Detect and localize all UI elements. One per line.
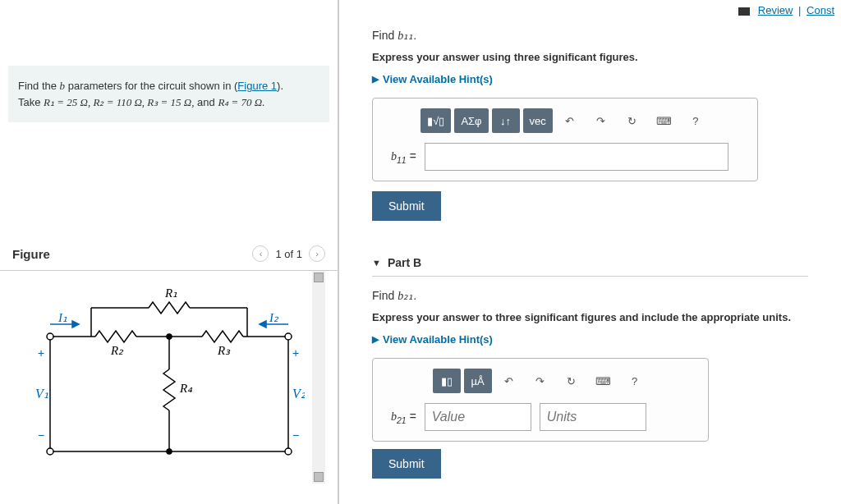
svg-text:+: +	[292, 346, 299, 360]
part-b-value-input[interactable]	[425, 403, 531, 431]
reset-button[interactable]: ↻	[558, 369, 586, 393]
part-b-toolbar: ▮▯ µÅ ↶ ↷ ↻ ⌨ ?	[383, 369, 698, 393]
svg-point-16	[285, 448, 292, 455]
figure-next-button[interactable]: ›	[309, 245, 325, 262]
undo-button[interactable]: ↶	[495, 369, 523, 393]
part-b-section: ▼ Part B Find b₂₁. Express your answer t…	[347, 250, 833, 479]
svg-text:V₁: V₁	[35, 387, 48, 401]
svg-text:R₄: R₄	[179, 382, 193, 395]
part-b-units-input[interactable]	[540, 403, 646, 431]
part-b-var-label: b21 =	[391, 410, 416, 425]
svg-text:R₁: R₁	[164, 287, 177, 300]
part-b-answer-box: ▮▯ µÅ ↶ ↷ ↻ ⌨ ? b21 =	[372, 358, 709, 442]
svg-text:R₃: R₃	[217, 344, 231, 357]
part-b-find: Find b₂₁.	[372, 289, 808, 303]
templates-button[interactable]: ▮▯	[433, 369, 461, 393]
svg-text:−: −	[292, 428, 299, 442]
svg-text:+: +	[38, 346, 44, 360]
part-a-answer-box: ▮√▯ ΑΣφ ↓↑ vec ↶ ↷ ↻ ⌨ ? b11 =	[372, 98, 758, 181]
reset-button[interactable]: ↻	[618, 108, 646, 133]
scroll-up-icon[interactable]	[314, 273, 324, 282]
circuit-diagram: R₁ R₂ R₃ R₄ I₁ I₂ V₁ V₂ + − + −	[34, 287, 305, 468]
help-button[interactable]: ?	[621, 369, 649, 393]
figure-scrollbar[interactable]	[312, 271, 325, 483]
figure-prev-button[interactable]: ‹	[252, 245, 269, 262]
part-b-submit-button[interactable]: Submit	[372, 449, 441, 479]
book-icon	[738, 7, 750, 16]
problem-statement: Find the b parameters for the circuit sh…	[8, 66, 329, 122]
part-b-instruction: Express your answer to three significant…	[372, 311, 808, 323]
keyboard-button[interactable]: ⌨	[650, 108, 678, 133]
svg-text:−: −	[38, 428, 44, 442]
figure-header: Figure ‹ 1 of 1 ›	[0, 245, 338, 262]
figure-area: R₁ R₂ R₃ R₄ I₁ I₂ V₁ V₂ + − + −	[0, 270, 338, 483]
svg-text:V₂: V₂	[292, 387, 305, 401]
templates-button[interactable]: ▮√▯	[420, 108, 451, 133]
left-panel: Find the b parameters for the circuit sh…	[0, 0, 339, 504]
part-a-submit-button[interactable]: Submit	[372, 191, 441, 221]
svg-text:I₂: I₂	[269, 311, 279, 324]
svg-text:I₁: I₁	[57, 311, 67, 324]
help-button[interactable]: ?	[682, 108, 710, 133]
part-b-header[interactable]: ▼ Part B	[372, 250, 808, 277]
svg-point-14	[47, 448, 53, 455]
part-a-answer-input[interactable]	[425, 143, 728, 171]
arrow-right-icon: ▶	[372, 334, 379, 345]
svg-text:R₂: R₂	[110, 344, 124, 357]
part-b-title: Part B	[388, 256, 421, 269]
units-button[interactable]: µÅ	[464, 369, 492, 393]
constants-link[interactable]: Const	[807, 4, 834, 16]
undo-button[interactable]: ↶	[556, 108, 584, 133]
symbols-button[interactable]: ΑΣφ	[454, 108, 488, 133]
review-link[interactable]: Review	[758, 4, 793, 16]
arrow-right-icon: ▶	[372, 74, 379, 85]
part-a-find: Find b₁₁.	[372, 29, 808, 43]
figure-title: Figure	[12, 247, 50, 261]
figure-link[interactable]: Figure 1	[237, 80, 277, 92]
part-b-hints[interactable]: ▶ View Available Hint(s)	[372, 333, 808, 346]
keyboard-button[interactable]: ⌨	[589, 369, 618, 393]
subscript-button[interactable]: ↓↑	[492, 108, 520, 133]
svg-point-13	[47, 333, 53, 340]
part-a-instruction: Express your answer using three signific…	[372, 51, 808, 63]
part-a-hints[interactable]: ▶ View Available Hint(s)	[372, 73, 808, 85]
vec-button[interactable]: vec	[523, 108, 553, 133]
right-panel: Review | Const Find b₁₁. Express your an…	[339, 0, 841, 504]
svg-point-18	[167, 449, 172, 454]
top-links: Review | Const	[738, 4, 837, 16]
part-a-toolbar: ▮√▯ ΑΣφ ↓↑ vec ↶ ↷ ↻ ⌨ ?	[383, 108, 747, 133]
redo-button[interactable]: ↷	[587, 108, 615, 133]
chevron-down-icon: ▼	[372, 258, 381, 268]
part-a-var-label: b11 =	[391, 149, 416, 165]
figure-nav-label: 1 of 1	[275, 248, 302, 260]
scroll-down-icon[interactable]	[314, 472, 324, 482]
svg-point-17	[167, 334, 172, 339]
svg-point-15	[285, 333, 292, 340]
part-a-section: Find b₁₁. Express your answer using thre…	[347, 29, 833, 221]
redo-button[interactable]: ↷	[526, 369, 554, 393]
